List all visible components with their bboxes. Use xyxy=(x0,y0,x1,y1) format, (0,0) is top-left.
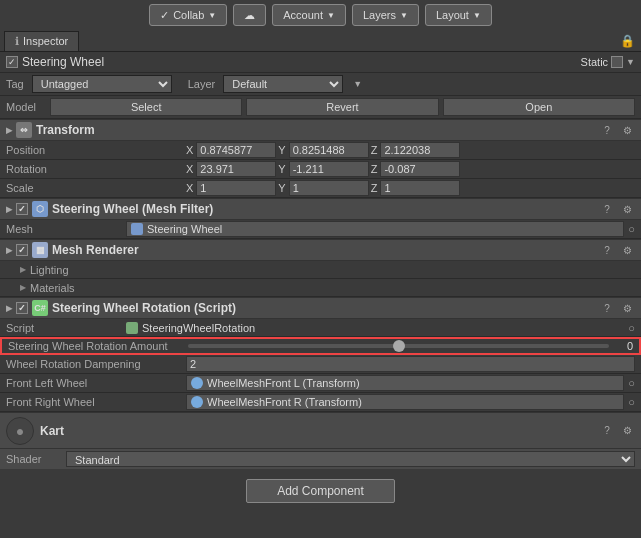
inspector-panel: ✓ Steering Wheel Static ▼ Tag Untagged L… xyxy=(0,52,641,538)
transform-section-header: ▶ ⇔ Transform ? ⚙ xyxy=(0,119,641,141)
scale-values: X Y Z xyxy=(186,180,635,196)
account-label: Account xyxy=(283,9,323,21)
top-bar: ✓ Collab ▼ ☁ Account ▼ Layers ▼ Layout ▼ xyxy=(0,0,641,30)
rotation-dampening-input[interactable] xyxy=(186,356,635,372)
pos-y-axis: Y xyxy=(278,144,285,156)
script-active-checkbox[interactable]: ✓ xyxy=(16,302,28,314)
rot-y-axis: Y xyxy=(278,163,285,175)
collab-button[interactable]: ✓ Collab ▼ xyxy=(149,4,227,26)
front-right-row: Front Right Wheel WheelMeshFront R (Tran… xyxy=(0,393,641,412)
add-component-button[interactable]: Add Component xyxy=(246,479,395,503)
mesh-filter-arrow-icon: ▶ xyxy=(6,205,12,214)
add-component-area: Add Component xyxy=(0,469,641,513)
mesh-filter-label: Steering Wheel (Mesh Filter) xyxy=(52,202,213,216)
rot-x-input[interactable] xyxy=(196,161,276,177)
position-values: X Y Z xyxy=(186,142,635,158)
pos-y-input[interactable] xyxy=(289,142,369,158)
script-arrow-icon: ▶ xyxy=(6,304,12,313)
scale-y-input[interactable] xyxy=(289,180,369,196)
rotation-label: Rotation xyxy=(6,163,186,175)
kart-section: ● Kart ? ⚙ Shader Standard xyxy=(0,412,641,469)
model-revert-button[interactable]: Revert xyxy=(246,98,438,116)
static-text: Static xyxy=(581,56,609,68)
transform-help-icon[interactable]: ? xyxy=(599,122,615,138)
mesh-renderer-help-icon[interactable]: ? xyxy=(599,242,615,258)
rotation-amount-slider-container: 0 xyxy=(188,340,633,352)
rotation-dampening-values xyxy=(186,356,635,372)
rotation-row: Rotation X Y Z xyxy=(0,160,641,179)
kart-name: Kart xyxy=(40,424,64,438)
layers-label: Layers xyxy=(363,9,396,21)
rot-y-input[interactable] xyxy=(289,161,369,177)
object-header: ✓ Steering Wheel Static ▼ xyxy=(0,52,641,73)
rotation-amount-value: 0 xyxy=(613,340,633,352)
scale-z-axis: Z xyxy=(371,182,378,194)
shader-row: Shader Standard xyxy=(0,449,641,469)
static-checkbox[interactable] xyxy=(611,56,623,68)
rotation-amount-slider-thumb[interactable] xyxy=(393,340,405,352)
object-active-checkbox[interactable]: ✓ xyxy=(6,56,18,68)
pos-x-input[interactable] xyxy=(196,142,276,158)
tab-inspector[interactable]: ℹ Inspector xyxy=(4,31,79,51)
layer-select[interactable]: Default xyxy=(223,75,343,93)
front-left-field[interactable]: WheelMeshFront L (Transform) xyxy=(186,375,624,391)
mesh-filter-checkbox[interactable]: ✓ xyxy=(16,203,28,215)
static-dropdown-icon[interactable]: ▼ xyxy=(626,57,635,67)
collab-check-icon: ✓ xyxy=(160,9,169,22)
layout-button[interactable]: Layout ▼ xyxy=(425,4,492,26)
scale-x-input[interactable] xyxy=(196,180,276,196)
static-label: Static ▼ xyxy=(581,56,635,68)
script-help-icon[interactable]: ? xyxy=(599,300,615,316)
transform-settings-icon[interactable]: ⚙ xyxy=(619,122,635,138)
shader-select[interactable]: Standard xyxy=(66,451,635,467)
front-left-circle-icon[interactable]: ○ xyxy=(628,377,635,389)
mesh-label: Mesh xyxy=(6,223,126,235)
mesh-renderer-checkbox[interactable]: ✓ xyxy=(16,244,28,256)
tag-select[interactable]: Untagged xyxy=(32,75,172,93)
rotation-amount-slider-track[interactable] xyxy=(188,344,609,348)
model-select-button[interactable]: Select xyxy=(50,98,242,116)
account-caret-icon: ▼ xyxy=(327,11,335,20)
pos-z-axis: Z xyxy=(371,144,378,156)
kart-settings-icon[interactable]: ⚙ xyxy=(619,423,635,439)
mesh-circle-icon[interactable]: ○ xyxy=(628,223,635,235)
materials-label: Materials xyxy=(30,282,75,294)
pos-z-input[interactable] xyxy=(380,142,460,158)
kart-header: ● Kart ? ⚙ xyxy=(0,413,641,449)
front-right-field[interactable]: WheelMeshFront R (Transform) xyxy=(186,394,624,410)
rot-z-input[interactable] xyxy=(380,161,460,177)
mesh-value-field[interactable]: Steering Wheel xyxy=(126,221,624,237)
mesh-renderer-label: Mesh Renderer xyxy=(52,243,139,257)
scale-label: Scale xyxy=(6,182,186,194)
script-section-header: ▶ ✓ C# Steering Wheel Rotation (Script) … xyxy=(0,297,641,319)
script-circle-icon[interactable]: ○ xyxy=(628,322,635,334)
position-row: Position X Y Z xyxy=(0,141,641,160)
collab-label: Collab xyxy=(173,9,204,21)
mesh-filter-help-icon[interactable]: ? xyxy=(599,201,615,217)
kart-help-icon[interactable]: ? xyxy=(599,423,615,439)
model-open-button[interactable]: Open xyxy=(443,98,635,116)
script-section-label: Steering Wheel Rotation (Script) xyxy=(52,301,236,315)
account-button[interactable]: Account ▼ xyxy=(272,4,346,26)
script-row: Script SteeringWheelRotation ○ xyxy=(0,319,641,337)
cloud-button[interactable]: ☁ xyxy=(233,4,266,26)
mesh-renderer-settings-icon[interactable]: ⚙ xyxy=(619,242,635,258)
lighting-item[interactable]: Lighting xyxy=(0,261,641,279)
layer-dropdown-icon[interactable]: ▼ xyxy=(353,79,362,89)
scale-row: Scale X Y Z xyxy=(0,179,641,198)
materials-item[interactable]: Materials xyxy=(0,279,641,297)
mesh-row: Mesh Steering Wheel ○ xyxy=(0,220,641,239)
mesh-filter-settings-icon[interactable]: ⚙ xyxy=(619,201,635,217)
layers-button[interactable]: Layers ▼ xyxy=(352,4,419,26)
mesh-filter-title: ▶ ✓ ⬡ Steering Wheel (Mesh Filter) xyxy=(6,201,213,217)
inspector-icon: ℹ xyxy=(15,35,19,48)
lock-icon[interactable]: 🔒 xyxy=(620,34,635,48)
rot-z-axis: Z xyxy=(371,163,378,175)
script-settings-icon[interactable]: ⚙ xyxy=(619,300,635,316)
front-right-circle-icon[interactable]: ○ xyxy=(628,396,635,408)
scale-z-input[interactable] xyxy=(380,180,460,196)
inspector-tab-label: Inspector xyxy=(23,35,68,47)
mesh-value-text: Steering Wheel xyxy=(147,223,222,235)
rotation-values: X Y Z xyxy=(186,161,635,177)
script-field: SteeringWheelRotation xyxy=(126,322,624,334)
